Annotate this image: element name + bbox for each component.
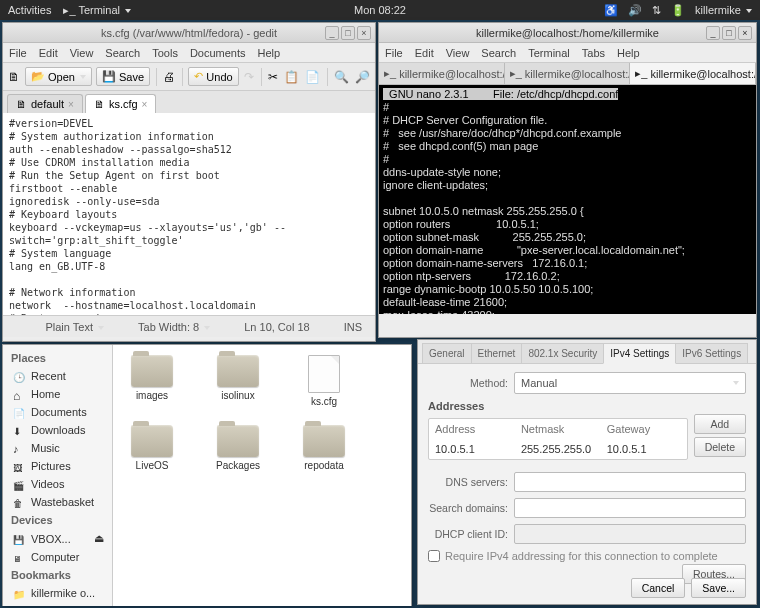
close-button[interactable]: × (357, 26, 371, 40)
current-app[interactable]: ▸_ Terminal (63, 4, 131, 17)
files-sidebar: Places Recent Home Documents Downloads M… (3, 345, 113, 606)
tab-ipv6[interactable]: IPv6 Settings (675, 343, 748, 363)
clock-icon (13, 371, 26, 382)
user-menu[interactable]: killermike (695, 4, 752, 16)
pictures-icon (13, 461, 26, 472)
menu-file[interactable]: File (385, 47, 403, 59)
sidebar-item-downloads[interactable]: Downloads (3, 421, 112, 439)
file-item-images[interactable]: images (123, 355, 181, 407)
sidebar-label: Documents (31, 406, 87, 418)
trash-icon (13, 497, 26, 508)
sidebar-item-computer[interactable]: Computer (3, 548, 112, 566)
tab-8021x[interactable]: 802.1x Security (521, 343, 604, 363)
new-file-icon[interactable]: 🗎 (7, 67, 21, 87)
terminal-tab-3[interactable]: ▸_killermike@localhost:/...× (630, 63, 756, 84)
sidebar-item-documents[interactable]: Documents (3, 403, 112, 421)
tab-general[interactable]: General (422, 343, 472, 363)
replace-icon[interactable]: 🔎 (354, 67, 371, 87)
volume-icon[interactable]: 🔊 (628, 4, 642, 17)
save-button[interactable]: 💾Save (96, 67, 150, 86)
cancel-button[interactable]: Cancel (631, 578, 686, 598)
sidebar-item-vbox[interactable]: VBOX...⏏ (3, 529, 112, 548)
sidebar-item-pictures[interactable]: Pictures (3, 457, 112, 475)
method-select[interactable]: Manual (514, 372, 746, 394)
clock[interactable]: Mon 08:22 (354, 4, 406, 16)
gedit-toolbar: 🗎 📂Open 💾Save 🖨 ↶Undo ↷ ✂ 📋 📄 🔍 🔎 (3, 63, 375, 91)
sidebar-item-home[interactable]: Home (3, 385, 112, 403)
gedit-titlebar[interactable]: ks.cfg (/var/www/html/fedora) - gedit _ … (3, 23, 375, 43)
print-icon[interactable]: 🖨 (162, 67, 176, 87)
maximize-button[interactable]: □ (722, 26, 736, 40)
file-item-kscfg[interactable]: ks.cfg (295, 355, 353, 407)
search-domains-input[interactable] (514, 498, 746, 518)
open-label: Open (48, 71, 75, 83)
activities-button[interactable]: Activities (8, 4, 51, 16)
terminal-content[interactable]: GNU nano 2.3.1 File: /etc/dhcp/dhcpd.con… (379, 85, 756, 314)
terminal-tab-1[interactable]: ▸_killermike@localhost:/...× (379, 63, 505, 84)
eject-icon[interactable]: ⏏ (94, 532, 104, 545)
menu-edit[interactable]: Edit (415, 47, 434, 59)
close-icon[interactable]: × (68, 99, 74, 110)
sidebar-item-recent[interactable]: Recent (3, 367, 112, 385)
terminal-titlebar[interactable]: killermike@localhost:/home/killermike _ … (379, 23, 756, 43)
menu-search[interactable]: Search (481, 47, 516, 59)
paste-icon[interactable]: 📄 (304, 67, 321, 87)
menu-tools[interactable]: Tools (152, 47, 178, 59)
menu-help[interactable]: Help (617, 47, 640, 59)
menu-search[interactable]: Search (105, 47, 140, 59)
minimize-button[interactable]: _ (706, 26, 720, 40)
menu-view[interactable]: View (70, 47, 94, 59)
tab-ethernet[interactable]: Ethernet (471, 343, 523, 363)
checkbox[interactable] (428, 550, 440, 562)
close-button[interactable]: × (738, 26, 752, 40)
menu-terminal[interactable]: Terminal (528, 47, 570, 59)
undo-button[interactable]: ↶Undo (188, 67, 238, 86)
file-tab-kscfg[interactable]: 🗎ks.cfg× (85, 94, 157, 113)
save-button[interactable]: Save... (691, 578, 746, 598)
redo-icon[interactable]: ↷ (243, 67, 255, 87)
delete-button[interactable]: Delete (694, 437, 746, 457)
cut-icon[interactable]: ✂ (267, 67, 279, 87)
minimize-button[interactable]: _ (325, 26, 339, 40)
file-item-repodata[interactable]: repodata (295, 425, 353, 471)
accessibility-icon[interactable]: ♿ (604, 4, 618, 17)
require-ipv4-checkbox[interactable]: Require IPv4 addressing for this connect… (428, 550, 746, 562)
sidebar-item-trash[interactable]: Wastebasket (3, 493, 112, 511)
menu-file[interactable]: File (9, 47, 27, 59)
sidebar-item-videos[interactable]: Videos (3, 475, 112, 493)
file-item-packages[interactable]: Packages (209, 425, 267, 471)
sidebar-label: Computer (31, 551, 79, 563)
file-item-liveos[interactable]: LiveOS (123, 425, 181, 471)
editor-textarea[interactable]: #version=DEVEL # System authorization in… (3, 113, 375, 315)
find-icon[interactable]: 🔍 (333, 67, 350, 87)
sidebar-label: Downloads (31, 424, 85, 436)
battery-icon[interactable]: 🔋 (671, 4, 685, 17)
tabwidth-selector[interactable]: Tab Width: 8 (131, 318, 217, 336)
addresses-heading: Addresses (428, 400, 746, 412)
tab-label: default (31, 98, 64, 110)
table-row[interactable]: 10.0.5.1 255.255.255.0 10.0.5.1 (429, 439, 687, 459)
file-tab-default[interactable]: 🗎default× (7, 94, 83, 113)
file-item-isolinux[interactable]: isolinux (209, 355, 267, 407)
sidebar-heading-bookmarks: Bookmarks (3, 566, 112, 584)
network-icon[interactable]: ⇅ (652, 4, 661, 17)
menu-tabs[interactable]: Tabs (582, 47, 605, 59)
open-button[interactable]: 📂Open (25, 67, 92, 86)
gedit-statusbar: Plain Text Tab Width: 8 Ln 10, Col 18 IN… (3, 315, 375, 337)
sidebar-item-music[interactable]: Music (3, 439, 112, 457)
add-button[interactable]: Add (694, 414, 746, 434)
copy-icon[interactable]: 📋 (283, 67, 300, 87)
menu-view[interactable]: View (446, 47, 470, 59)
close-icon[interactable]: × (142, 99, 148, 110)
terminal-tab-2[interactable]: ▸_killermike@localhost:/...× (505, 63, 631, 84)
menu-help[interactable]: Help (258, 47, 281, 59)
dns-input[interactable] (514, 472, 746, 492)
downloads-icon (13, 425, 26, 436)
files-iconview[interactable]: images isolinux ks.cfg LiveOS Packages r… (113, 345, 411, 606)
menu-documents[interactable]: Documents (190, 47, 246, 59)
menu-edit[interactable]: Edit (39, 47, 58, 59)
tab-ipv4[interactable]: IPv4 Settings (603, 343, 676, 364)
sidebar-item-bookmark[interactable]: killermike o... (3, 584, 112, 602)
syntax-selector[interactable]: Plain Text (38, 318, 111, 336)
maximize-button[interactable]: □ (341, 26, 355, 40)
